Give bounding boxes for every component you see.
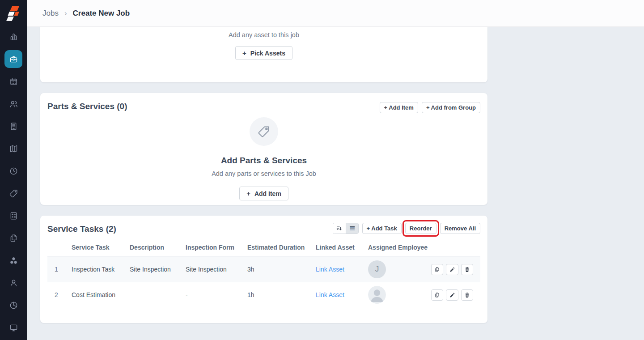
parts-services-card: Parts & Services (0) + Add Item + Add fr… xyxy=(40,93,487,205)
table-row: 2 Cost Estimation - 1h Link Asset xyxy=(47,282,480,307)
assets-empty-hint: Add any asset to this job xyxy=(40,31,487,38)
sidebar-item-reports[interactable] xyxy=(0,294,27,316)
page-content: Add any asset to this job + Pick Assets … xyxy=(27,27,644,340)
table-row: 1 Inspection Task Site Inspection Site I… xyxy=(47,256,480,282)
edit-icon xyxy=(449,267,455,272)
tag-icon xyxy=(257,125,271,138)
edit-icon xyxy=(449,292,455,298)
row-actions xyxy=(431,264,480,275)
assignee-avatar-placeholder[interactable] xyxy=(368,286,386,304)
pick-assets-label: Pick Assets xyxy=(250,50,285,57)
service-tasks-title: Service Tasks (2) xyxy=(47,224,116,234)
reorder-button[interactable]: Reorder xyxy=(405,223,436,234)
briefcase-icon xyxy=(9,55,18,64)
app-root: Jobs › Create New Job Add any asset to t… xyxy=(0,0,644,340)
sidebar-item-users[interactable] xyxy=(0,272,27,294)
parts-empty-state: Add Parts & Services Add any parts or se… xyxy=(47,117,480,200)
cell-inspection-form: Site Inspection xyxy=(186,266,247,273)
col-service-task: Service Task xyxy=(72,244,130,251)
clock-icon xyxy=(9,166,18,176)
col-inspection-form: Inspection Form xyxy=(186,244,247,251)
people-icon xyxy=(9,99,18,109)
duplicate-icon xyxy=(434,292,440,298)
sidebar-item-schedule[interactable] xyxy=(0,70,27,93)
parts-empty-hint: Add any parts or services to this Job xyxy=(47,170,480,177)
sidebar xyxy=(0,0,27,340)
cell-description: Site Inspection xyxy=(130,266,186,273)
top-header: Jobs › Create New Job xyxy=(27,0,644,27)
sidebar-item-jobs[interactable] xyxy=(0,48,27,70)
sidebar-item-organization[interactable] xyxy=(0,115,27,137)
cell-service-task: Inspection Task xyxy=(72,266,130,273)
service-tasks-controls: + Add Task Reorder Remove All xyxy=(333,223,480,234)
service-tasks-header: Service Tasks (2) xyxy=(47,223,480,234)
sidebar-item-estimates[interactable] xyxy=(0,204,27,227)
sidebar-item-customers[interactable] xyxy=(0,93,27,115)
list-view-icon xyxy=(349,225,356,232)
sidebar-item-map[interactable] xyxy=(0,137,27,160)
list-view-button[interactable] xyxy=(346,223,358,234)
pick-assets-button[interactable]: + Pick Assets xyxy=(235,46,292,60)
sidebar-nav xyxy=(0,26,27,339)
service-tasks-table: Service Task Description Inspection Form… xyxy=(47,242,480,307)
app-logo[interactable] xyxy=(0,0,27,27)
building-icon xyxy=(9,122,18,131)
row-number: 1 xyxy=(47,266,72,273)
sidebar-item-timesheets[interactable] xyxy=(0,160,27,182)
link-asset-link[interactable]: Link Asset xyxy=(316,266,344,273)
sidebar-item-tags[interactable] xyxy=(0,182,27,204)
sidebar-item-documents[interactable] xyxy=(0,227,27,249)
plus-icon: + xyxy=(242,50,246,56)
edit-task-button[interactable] xyxy=(446,264,458,275)
cubes-icon xyxy=(9,256,18,265)
duplicate-icon xyxy=(434,267,440,272)
edit-task-button[interactable] xyxy=(446,289,458,301)
remove-all-button[interactable]: Remove All xyxy=(440,223,480,234)
parts-empty-title: Add Parts & Services xyxy=(47,156,480,166)
duplicate-task-button[interactable] xyxy=(431,264,443,275)
sidebar-item-devices[interactable] xyxy=(0,316,27,339)
cell-estimated-duration: 1h xyxy=(247,291,316,298)
delete-task-button[interactable] xyxy=(461,264,473,275)
calculator-icon xyxy=(9,211,18,221)
link-asset-link[interactable]: Link Asset xyxy=(316,291,344,298)
annotation-highlight: Reorder xyxy=(402,220,439,237)
logo-icon xyxy=(6,5,21,22)
calendar-icon xyxy=(9,77,18,86)
sidebar-item-inventory[interactable] xyxy=(0,249,27,272)
monitor-icon xyxy=(9,323,18,332)
add-item-label: Add Item xyxy=(254,190,281,197)
view-toggle xyxy=(333,223,359,234)
duplicate-task-button[interactable] xyxy=(431,289,443,301)
breadcrumb-jobs-link[interactable]: Jobs xyxy=(42,9,59,18)
tag-icon xyxy=(9,189,18,198)
add-from-group-button[interactable]: + Add from Group xyxy=(422,102,480,113)
page-title: Create New Job xyxy=(73,9,130,18)
sort-toggle-button[interactable] xyxy=(333,223,346,234)
sidebar-item-dashboard[interactable] xyxy=(0,26,27,48)
bar-chart-icon xyxy=(9,32,18,42)
tag-circle xyxy=(250,117,278,146)
assignee-avatar[interactable]: J xyxy=(368,260,386,278)
col-estimated-duration: Estimated Duration xyxy=(247,244,316,251)
add-item-button[interactable]: + Add Item xyxy=(239,187,288,200)
pie-chart-icon xyxy=(9,301,18,310)
plus-icon: + xyxy=(246,190,250,197)
delete-icon xyxy=(464,292,470,298)
active-item-highlight xyxy=(4,50,22,68)
sort-descending-icon xyxy=(336,225,343,232)
col-assigned-employee: Assigned Employee xyxy=(368,244,431,251)
add-task-button[interactable]: + Add Task xyxy=(362,223,402,234)
add-item-top-button[interactable]: + Add Item xyxy=(380,102,418,113)
documents-icon xyxy=(9,234,18,243)
chevron-right-icon: › xyxy=(64,9,67,18)
table-header-row: Service Task Description Inspection Form… xyxy=(47,242,480,256)
delete-task-button[interactable] xyxy=(461,289,473,301)
cell-estimated-duration: 3h xyxy=(247,266,316,273)
assets-card: Add any asset to this job + Pick Assets xyxy=(40,27,487,82)
cell-inspection-form: - xyxy=(186,291,247,298)
row-number: 2 xyxy=(47,291,72,298)
col-description: Description xyxy=(130,244,186,251)
breadcrumb: Jobs › Create New Job xyxy=(42,9,130,18)
cell-service-task: Cost Estimation xyxy=(72,291,130,298)
